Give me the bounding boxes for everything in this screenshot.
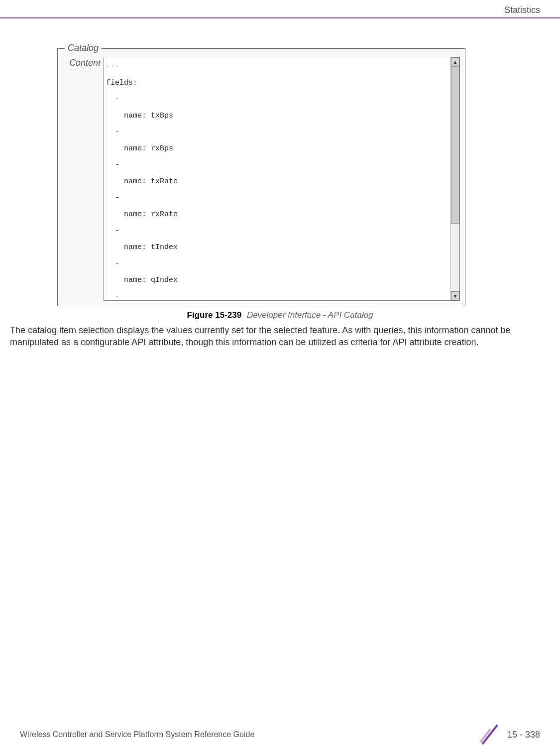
catalog-fieldset: Catalog Content --- fields: - name: txBp…	[57, 48, 465, 306]
content-textarea[interactable]: --- fields: - name: txBps - name: rxBps …	[104, 57, 460, 301]
scroll-track[interactable]	[451, 66, 459, 291]
content-row: Content --- fields: - name: txBps - name…	[63, 57, 460, 301]
paragraph: The catalog item selection displays the …	[10, 324, 540, 349]
header-section: Statistics	[504, 5, 540, 15]
content-label: Content	[63, 57, 104, 68]
catalog-legend: Catalog	[65, 43, 102, 53]
figure-title: Developer Interface - API Catalog	[247, 310, 373, 320]
page-number: 15 - 338	[507, 730, 540, 740]
figure-label: Figure 15-239	[187, 310, 242, 320]
footer-right: 15 - 338	[478, 723, 540, 746]
scroll-up-button[interactable]: ▲	[451, 57, 459, 66]
page-header: Statistics	[0, 0, 560, 18]
content-area: Catalog Content --- fields: - name: txBp…	[0, 18, 560, 349]
content-text: --- fields: - name: txBps - name: rxBps …	[104, 57, 450, 300]
figure-caption: Figure 15-239 Developer Interface - API …	[10, 310, 550, 320]
page-footer: Wireless Controller and Service Platform…	[0, 723, 560, 746]
svg-line-0	[482, 725, 497, 744]
scroll-thumb[interactable]	[451, 66, 459, 224]
scroll-down-button[interactable]: ▼	[451, 291, 459, 300]
footer-doc-title: Wireless Controller and Service Platform…	[20, 730, 254, 739]
scrollbar[interactable]: ▲ ▼	[450, 57, 459, 300]
slash-icon	[478, 723, 501, 746]
